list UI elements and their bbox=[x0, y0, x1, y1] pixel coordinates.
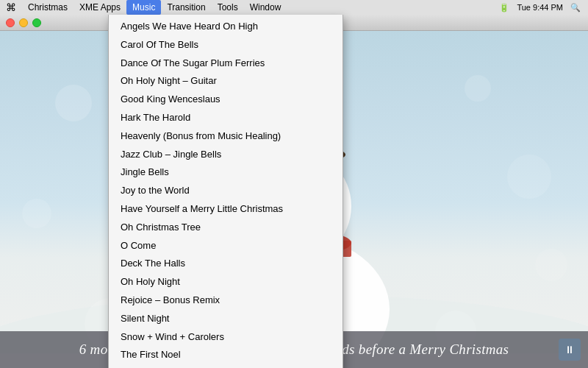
menubar-christmas[interactable]: Christmas bbox=[22, 0, 74, 15]
menu-item-2[interactable]: Dance Of The Sugar Plum Ferries bbox=[109, 54, 343, 73]
svg-point-2 bbox=[507, 155, 551, 199]
menubar-window[interactable]: Window bbox=[244, 0, 287, 15]
menu-item-7[interactable]: Jazz Club – Jingle Bells bbox=[109, 146, 343, 164]
menu-item-19[interactable]: We Wish You A Merry Christmas bbox=[109, 364, 343, 368]
menu-item-18[interactable]: The First Noel bbox=[109, 346, 343, 364]
menu-item-9[interactable]: Joy to the World bbox=[109, 182, 343, 200]
menubar-search[interactable]: 🔍 bbox=[567, 3, 584, 13]
svg-point-0 bbox=[55, 85, 92, 121]
menu-item-16[interactable]: Silent Night bbox=[109, 310, 343, 328]
menu-item-5[interactable]: Hark The Harold bbox=[109, 109, 343, 127]
titlebar-buttons bbox=[6, 18, 41, 27]
menubar-transition[interactable]: Transition bbox=[161, 0, 211, 15]
minimize-button[interactable] bbox=[19, 18, 28, 27]
svg-point-4 bbox=[535, 249, 567, 281]
pause-button[interactable]: ⏸ bbox=[559, 339, 581, 361]
menu-item-15[interactable]: Rejoice – Bonus Remix bbox=[109, 291, 343, 310]
close-button[interactable] bbox=[6, 18, 15, 27]
menu-item-14[interactable]: Oh Holy Night bbox=[109, 273, 343, 291]
menu-item-10[interactable]: Have Yourself a Merry Little Christmas bbox=[109, 200, 343, 219]
menubar-tools[interactable]: Tools bbox=[212, 0, 244, 15]
menubar-music[interactable]: Music bbox=[126, 0, 161, 15]
menubar-wifi: 🔋 bbox=[496, 3, 512, 13]
menu-item-6[interactable]: Heavenly (Bonus from Music Healing) bbox=[109, 127, 343, 146]
menubar: ⌘ Christmas XME Apps Music Transition To… bbox=[0, 0, 588, 15]
menubar-right: 🔋 Tue 9:44 PM 🔍 bbox=[496, 3, 588, 13]
maximize-button[interactable] bbox=[32, 18, 41, 27]
music-dropdown: Angels We Have Heard On High Carol Of Th… bbox=[108, 15, 343, 368]
menu-item-11[interactable]: Oh Christmas Tree bbox=[109, 219, 343, 237]
menu-item-3[interactable]: Oh Holy Night – Guitar bbox=[109, 72, 343, 91]
menu-item-0[interactable]: Angels We Have Heard On High bbox=[109, 18, 343, 36]
menu-item-17[interactable]: Snow + Wind + Carolers bbox=[109, 328, 343, 347]
menu-item-1[interactable]: Carol Of The Bells bbox=[109, 36, 343, 54]
menubar-left: ⌘ Christmas XME Apps Music Transition To… bbox=[0, 0, 287, 15]
menu-item-8[interactable]: Jingle Bells bbox=[109, 163, 343, 182]
svg-point-3 bbox=[22, 199, 51, 228]
pause-icon: ⏸ bbox=[564, 344, 575, 355]
menu-item-4[interactable]: Good King Wenceslaus bbox=[109, 91, 343, 109]
svg-point-1 bbox=[465, 75, 491, 102]
menubar-xmeapps[interactable]: XME Apps bbox=[74, 0, 126, 15]
menu-item-13[interactable]: Deck The Halls bbox=[109, 255, 343, 273]
menubar-time: Tue 9:44 PM bbox=[514, 3, 566, 12]
menu-item-12[interactable]: O Come bbox=[109, 237, 343, 255]
apple-menu[interactable]: ⌘ bbox=[0, 0, 22, 15]
